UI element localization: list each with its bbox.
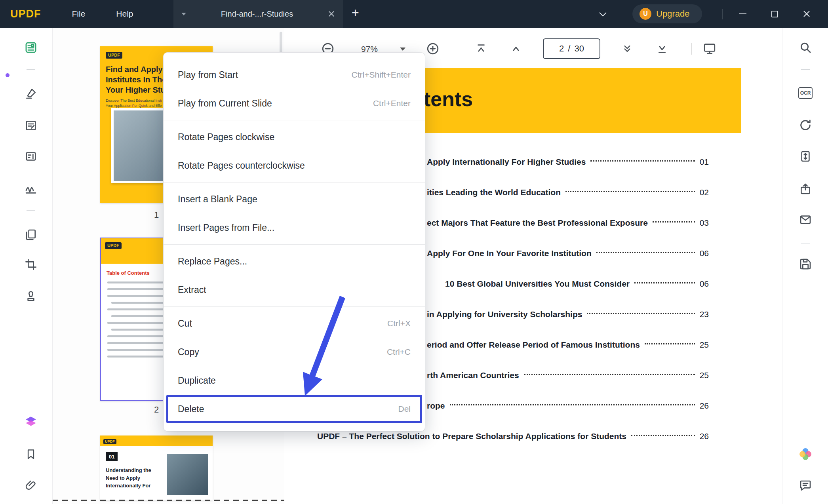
titlebar-divider bbox=[722, 9, 723, 19]
sidebar-divider bbox=[27, 69, 35, 70]
menu-item-rotate-pages-clockwise[interactable]: Rotate Pages clockwise bbox=[164, 123, 425, 151]
share-icon[interactable] bbox=[798, 182, 813, 196]
ai-assistant-icon[interactable] bbox=[798, 447, 813, 461]
toc-banner-title-fragment: tents bbox=[424, 87, 473, 111]
thumb-logo: UPDF bbox=[106, 52, 122, 59]
menu-item-replace-pages[interactable]: Replace Pages... bbox=[164, 247, 425, 276]
right-toolbar: OCR bbox=[782, 28, 828, 504]
search-icon[interactable] bbox=[798, 40, 813, 55]
next-page-icon[interactable] bbox=[621, 42, 634, 55]
zoom-dropdown-caret-icon[interactable] bbox=[400, 48, 405, 51]
convert-icon[interactable] bbox=[798, 118, 813, 132]
new-tab-button[interactable]: + bbox=[352, 6, 359, 20]
save-icon[interactable] bbox=[798, 257, 813, 271]
window-maximize-button[interactable] bbox=[764, 0, 785, 28]
ocr-icon[interactable]: OCR bbox=[798, 86, 813, 100]
page-thumbnails-icon[interactable] bbox=[24, 40, 38, 55]
menu-divider bbox=[164, 244, 425, 245]
zoom-in-icon[interactable] bbox=[426, 42, 440, 55]
page-separator: / bbox=[568, 44, 570, 54]
page-number-input[interactable]: 2 / 30 bbox=[543, 38, 600, 59]
page-3-thumbnail[interactable]: UPDF 01 Understanding the Need to Apply … bbox=[100, 436, 213, 500]
maximize-icon bbox=[771, 11, 778, 17]
organize-pages-icon[interactable] bbox=[24, 228, 38, 242]
menu-divider bbox=[164, 182, 425, 183]
tab-close-icon[interactable] bbox=[328, 10, 335, 17]
document-tab[interactable]: Find-and-...r-Studies bbox=[173, 0, 343, 28]
minimize-icon bbox=[739, 13, 746, 14]
left-toolbar bbox=[0, 28, 53, 504]
current-page: 2 bbox=[559, 44, 564, 54]
sidebar-divider bbox=[27, 210, 35, 211]
edit-pdf-icon[interactable] bbox=[24, 118, 38, 133]
presentation-mode-icon[interactable] bbox=[703, 42, 716, 55]
tab-caret-icon[interactable] bbox=[181, 13, 186, 15]
bookmark-panel-icon[interactable] bbox=[24, 447, 38, 461]
form-tool-icon[interactable] bbox=[24, 149, 38, 164]
menu-divider bbox=[164, 120, 425, 120]
upgrade-label: Upgrade bbox=[656, 9, 689, 19]
annotate-tool-icon[interactable] bbox=[24, 86, 38, 101]
watermark-tool-icon[interactable] bbox=[24, 289, 38, 303]
attachment-panel-icon[interactable] bbox=[24, 479, 38, 493]
sidebar-divider bbox=[801, 243, 810, 243]
thumbnail-horizontal-scrollbar[interactable] bbox=[53, 500, 284, 501]
crop-pages-icon[interactable] bbox=[24, 257, 38, 272]
compare-document-icon[interactable] bbox=[798, 149, 813, 164]
app-logo: UPDF bbox=[10, 8, 41, 20]
toolbar-divider bbox=[691, 43, 692, 55]
thumb3-section-number: 01 bbox=[106, 452, 118, 461]
upgrade-badge-icon: U bbox=[640, 8, 651, 20]
close-icon bbox=[803, 10, 811, 18]
menu-item-insert-blank-page[interactable]: Insert a Blank Page bbox=[164, 185, 425, 213]
menu-item-play-from-start[interactable]: Play from StartCtrl+Shift+Enter bbox=[164, 61, 425, 89]
signature-tool-icon[interactable] bbox=[24, 181, 38, 196]
email-icon[interactable] bbox=[798, 213, 813, 227]
window-minimize-button[interactable] bbox=[732, 0, 753, 28]
annotation-arrow bbox=[273, 291, 356, 406]
comments-panel-icon[interactable] bbox=[798, 479, 813, 493]
thumb-logo: UPDF bbox=[103, 439, 116, 444]
thumb3-photo bbox=[167, 454, 208, 495]
thumb3-title: Understanding the Need to Apply Internat… bbox=[106, 466, 165, 490]
menu-item-insert-pages-from-file[interactable]: Insert Pages from File... bbox=[164, 213, 425, 242]
thumb-logo: UPDF bbox=[105, 242, 122, 249]
previous-page-icon[interactable] bbox=[509, 42, 523, 55]
thumb3-header-band: UPDF bbox=[100, 436, 213, 446]
upgrade-button[interactable]: U Upgrade bbox=[632, 4, 702, 23]
sidebar-divider bbox=[801, 69, 810, 70]
tab-title: Find-and-...r-Studies bbox=[192, 10, 322, 19]
titlebar: UPDF File Help Find-and-...r-Studies + U… bbox=[0, 0, 828, 28]
collapse-toolbar-icon[interactable] bbox=[599, 9, 606, 16]
menu-item-play-from-current-slide[interactable]: Play from Current SlideCtrl+Enter bbox=[164, 89, 425, 118]
first-page-icon[interactable] bbox=[474, 42, 488, 55]
window-close-button[interactable] bbox=[796, 0, 817, 28]
menu-file[interactable]: File bbox=[72, 9, 86, 19]
last-page-icon[interactable] bbox=[655, 42, 669, 55]
total-pages: 30 bbox=[574, 44, 584, 54]
menu-item-rotate-pages-counterclockwise[interactable]: Rotate Pages counterclockwise bbox=[164, 151, 425, 180]
layers-panel-icon[interactable] bbox=[24, 415, 38, 429]
panel-indicator-dot bbox=[6, 73, 10, 77]
menu-help[interactable]: Help bbox=[116, 9, 133, 19]
